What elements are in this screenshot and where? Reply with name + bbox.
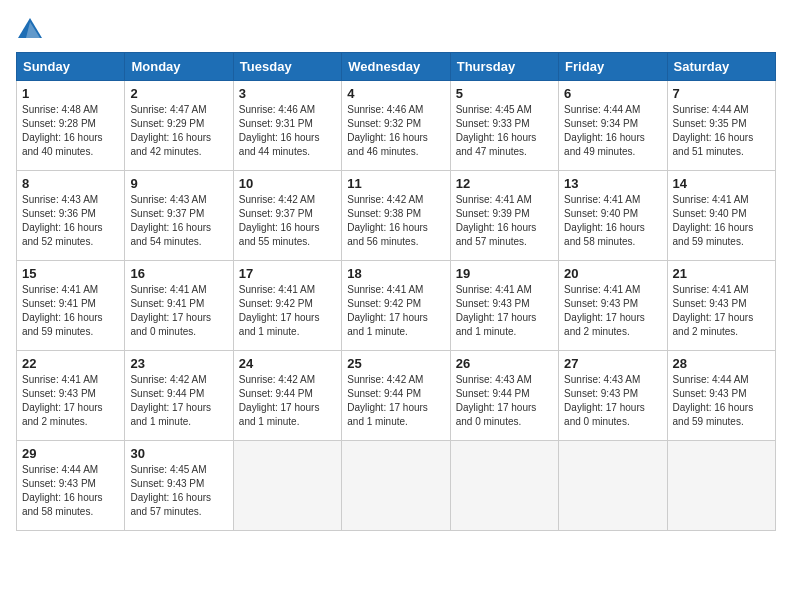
day-cell: 4Sunrise: 4:46 AM Sunset: 9:32 PM Daylig… xyxy=(342,81,450,171)
header-cell-sunday: Sunday xyxy=(17,53,125,81)
day-number: 8 xyxy=(22,176,119,191)
day-number: 16 xyxy=(130,266,227,281)
day-cell xyxy=(559,441,667,531)
day-cell: 27Sunrise: 4:43 AM Sunset: 9:43 PM Dayli… xyxy=(559,351,667,441)
header-cell-saturday: Saturday xyxy=(667,53,775,81)
week-row-4: 22Sunrise: 4:41 AM Sunset: 9:43 PM Dayli… xyxy=(17,351,776,441)
day-info: Sunrise: 4:42 AM Sunset: 9:44 PM Dayligh… xyxy=(130,373,227,429)
day-number: 29 xyxy=(22,446,119,461)
day-info: Sunrise: 4:41 AM Sunset: 9:42 PM Dayligh… xyxy=(347,283,444,339)
header-row: SundayMondayTuesdayWednesdayThursdayFrid… xyxy=(17,53,776,81)
day-info: Sunrise: 4:41 AM Sunset: 9:41 PM Dayligh… xyxy=(22,283,119,339)
day-info: Sunrise: 4:41 AM Sunset: 9:41 PM Dayligh… xyxy=(130,283,227,339)
header-cell-tuesday: Tuesday xyxy=(233,53,341,81)
day-info: Sunrise: 4:44 AM Sunset: 9:35 PM Dayligh… xyxy=(673,103,770,159)
day-info: Sunrise: 4:44 AM Sunset: 9:43 PM Dayligh… xyxy=(673,373,770,429)
day-cell: 10Sunrise: 4:42 AM Sunset: 9:37 PM Dayli… xyxy=(233,171,341,261)
day-number: 22 xyxy=(22,356,119,371)
day-cell: 2Sunrise: 4:47 AM Sunset: 9:29 PM Daylig… xyxy=(125,81,233,171)
day-cell: 25Sunrise: 4:42 AM Sunset: 9:44 PM Dayli… xyxy=(342,351,450,441)
day-cell: 13Sunrise: 4:41 AM Sunset: 9:40 PM Dayli… xyxy=(559,171,667,261)
day-number: 2 xyxy=(130,86,227,101)
day-number: 3 xyxy=(239,86,336,101)
day-cell: 17Sunrise: 4:41 AM Sunset: 9:42 PM Dayli… xyxy=(233,261,341,351)
day-number: 19 xyxy=(456,266,553,281)
week-row-2: 8Sunrise: 4:43 AM Sunset: 9:36 PM Daylig… xyxy=(17,171,776,261)
day-info: Sunrise: 4:45 AM Sunset: 9:43 PM Dayligh… xyxy=(130,463,227,519)
day-cell: 16Sunrise: 4:41 AM Sunset: 9:41 PM Dayli… xyxy=(125,261,233,351)
week-row-5: 29Sunrise: 4:44 AM Sunset: 9:43 PM Dayli… xyxy=(17,441,776,531)
day-cell: 26Sunrise: 4:43 AM Sunset: 9:44 PM Dayli… xyxy=(450,351,558,441)
day-info: Sunrise: 4:44 AM Sunset: 9:43 PM Dayligh… xyxy=(22,463,119,519)
day-info: Sunrise: 4:43 AM Sunset: 9:37 PM Dayligh… xyxy=(130,193,227,249)
header-cell-wednesday: Wednesday xyxy=(342,53,450,81)
day-cell: 7Sunrise: 4:44 AM Sunset: 9:35 PM Daylig… xyxy=(667,81,775,171)
day-info: Sunrise: 4:44 AM Sunset: 9:34 PM Dayligh… xyxy=(564,103,661,159)
day-cell: 8Sunrise: 4:43 AM Sunset: 9:36 PM Daylig… xyxy=(17,171,125,261)
day-number: 1 xyxy=(22,86,119,101)
day-cell: 21Sunrise: 4:41 AM Sunset: 9:43 PM Dayli… xyxy=(667,261,775,351)
day-cell: 1Sunrise: 4:48 AM Sunset: 9:28 PM Daylig… xyxy=(17,81,125,171)
logo-icon xyxy=(16,16,44,44)
day-info: Sunrise: 4:46 AM Sunset: 9:32 PM Dayligh… xyxy=(347,103,444,159)
page-header xyxy=(16,16,776,44)
day-cell: 24Sunrise: 4:42 AM Sunset: 9:44 PM Dayli… xyxy=(233,351,341,441)
day-info: Sunrise: 4:41 AM Sunset: 9:40 PM Dayligh… xyxy=(564,193,661,249)
day-info: Sunrise: 4:46 AM Sunset: 9:31 PM Dayligh… xyxy=(239,103,336,159)
day-cell: 19Sunrise: 4:41 AM Sunset: 9:43 PM Dayli… xyxy=(450,261,558,351)
day-number: 17 xyxy=(239,266,336,281)
day-number: 14 xyxy=(673,176,770,191)
day-cell: 28Sunrise: 4:44 AM Sunset: 9:43 PM Dayli… xyxy=(667,351,775,441)
day-info: Sunrise: 4:43 AM Sunset: 9:44 PM Dayligh… xyxy=(456,373,553,429)
day-cell: 11Sunrise: 4:42 AM Sunset: 9:38 PM Dayli… xyxy=(342,171,450,261)
day-cell: 18Sunrise: 4:41 AM Sunset: 9:42 PM Dayli… xyxy=(342,261,450,351)
calendar-body: 1Sunrise: 4:48 AM Sunset: 9:28 PM Daylig… xyxy=(17,81,776,531)
day-cell: 15Sunrise: 4:41 AM Sunset: 9:41 PM Dayli… xyxy=(17,261,125,351)
day-info: Sunrise: 4:43 AM Sunset: 9:43 PM Dayligh… xyxy=(564,373,661,429)
day-number: 21 xyxy=(673,266,770,281)
day-info: Sunrise: 4:41 AM Sunset: 9:43 PM Dayligh… xyxy=(456,283,553,339)
day-number: 10 xyxy=(239,176,336,191)
day-cell: 5Sunrise: 4:45 AM Sunset: 9:33 PM Daylig… xyxy=(450,81,558,171)
day-number: 20 xyxy=(564,266,661,281)
day-cell xyxy=(342,441,450,531)
day-cell: 20Sunrise: 4:41 AM Sunset: 9:43 PM Dayli… xyxy=(559,261,667,351)
day-number: 24 xyxy=(239,356,336,371)
day-info: Sunrise: 4:42 AM Sunset: 9:38 PM Dayligh… xyxy=(347,193,444,249)
day-number: 27 xyxy=(564,356,661,371)
day-info: Sunrise: 4:42 AM Sunset: 9:37 PM Dayligh… xyxy=(239,193,336,249)
day-number: 26 xyxy=(456,356,553,371)
day-number: 6 xyxy=(564,86,661,101)
day-number: 4 xyxy=(347,86,444,101)
day-cell xyxy=(233,441,341,531)
logo xyxy=(16,16,48,44)
day-number: 30 xyxy=(130,446,227,461)
day-info: Sunrise: 4:48 AM Sunset: 9:28 PM Dayligh… xyxy=(22,103,119,159)
day-info: Sunrise: 4:41 AM Sunset: 9:43 PM Dayligh… xyxy=(22,373,119,429)
day-cell: 12Sunrise: 4:41 AM Sunset: 9:39 PM Dayli… xyxy=(450,171,558,261)
day-number: 18 xyxy=(347,266,444,281)
day-cell: 9Sunrise: 4:43 AM Sunset: 9:37 PM Daylig… xyxy=(125,171,233,261)
day-number: 25 xyxy=(347,356,444,371)
day-info: Sunrise: 4:41 AM Sunset: 9:40 PM Dayligh… xyxy=(673,193,770,249)
calendar-table: SundayMondayTuesdayWednesdayThursdayFrid… xyxy=(16,52,776,531)
calendar-header: SundayMondayTuesdayWednesdayThursdayFrid… xyxy=(17,53,776,81)
day-number: 11 xyxy=(347,176,444,191)
day-info: Sunrise: 4:41 AM Sunset: 9:39 PM Dayligh… xyxy=(456,193,553,249)
day-info: Sunrise: 4:47 AM Sunset: 9:29 PM Dayligh… xyxy=(130,103,227,159)
week-row-3: 15Sunrise: 4:41 AM Sunset: 9:41 PM Dayli… xyxy=(17,261,776,351)
day-cell: 22Sunrise: 4:41 AM Sunset: 9:43 PM Dayli… xyxy=(17,351,125,441)
header-cell-thursday: Thursday xyxy=(450,53,558,81)
day-cell: 6Sunrise: 4:44 AM Sunset: 9:34 PM Daylig… xyxy=(559,81,667,171)
day-cell: 23Sunrise: 4:42 AM Sunset: 9:44 PM Dayli… xyxy=(125,351,233,441)
day-info: Sunrise: 4:45 AM Sunset: 9:33 PM Dayligh… xyxy=(456,103,553,159)
day-number: 23 xyxy=(130,356,227,371)
day-info: Sunrise: 4:41 AM Sunset: 9:43 PM Dayligh… xyxy=(564,283,661,339)
week-row-1: 1Sunrise: 4:48 AM Sunset: 9:28 PM Daylig… xyxy=(17,81,776,171)
day-cell: 29Sunrise: 4:44 AM Sunset: 9:43 PM Dayli… xyxy=(17,441,125,531)
day-number: 28 xyxy=(673,356,770,371)
day-number: 12 xyxy=(456,176,553,191)
day-cell xyxy=(667,441,775,531)
day-number: 15 xyxy=(22,266,119,281)
day-cell: 3Sunrise: 4:46 AM Sunset: 9:31 PM Daylig… xyxy=(233,81,341,171)
